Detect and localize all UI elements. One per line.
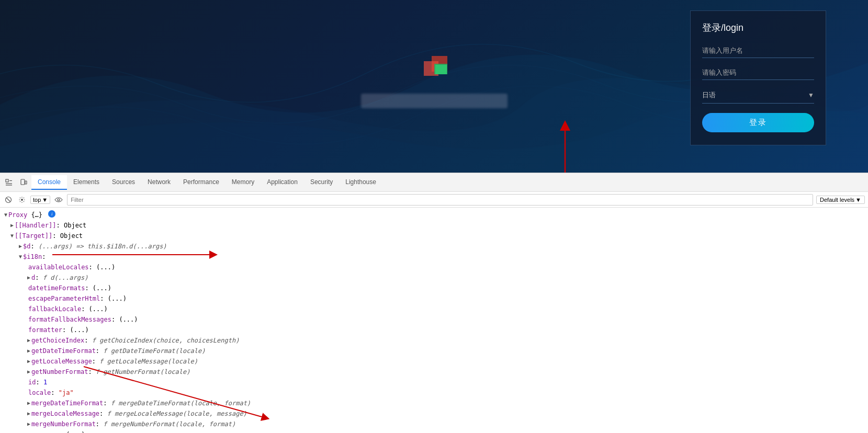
tree-expand-icon[interactable] [4, 210, 7, 220]
console-line[interactable]: mergeNumberFormat : f mergeNumberFormat(… [0, 419, 868, 429]
context-value: top [33, 197, 41, 203]
language-value: 日语 [702, 90, 716, 100]
info-icon: i [48, 210, 55, 218]
console-line[interactable]: Proxy {…} i [0, 210, 868, 220]
tree-expand-icon[interactable] [19, 242, 22, 251]
settings-button[interactable] [17, 195, 27, 205]
language-arrow-icon: ▼ [808, 92, 814, 99]
live-expression-button[interactable] [53, 195, 64, 205]
tab-network[interactable]: Network [141, 175, 177, 190]
username-input[interactable] [702, 43, 814, 58]
console-line[interactable]: getNumberFormat : f getNumberFormat(loca… [0, 367, 868, 377]
level-value: Default levels [820, 197, 854, 203]
console-line[interactable]: datetimeFormats : (...) [0, 283, 868, 293]
login-card: 登录/login 日语 ▼ 登录 [690, 10, 826, 145]
login-button[interactable]: 登录 [702, 113, 814, 132]
log-level-selector[interactable]: Default levels ▼ [816, 196, 865, 204]
context-selector[interactable]: top ▼ [30, 196, 50, 204]
devtools-panel: Console Elements Sources Network Perform… [0, 173, 868, 433]
tab-memory[interactable]: Memory [226, 175, 261, 190]
console-line[interactable]: getDateTimeFormat : f getDateTimeFormat(… [0, 346, 868, 356]
inspect-element-button[interactable] [2, 176, 16, 189]
tab-console[interactable]: Console [31, 175, 67, 190]
console-line[interactable]: availableLocales : (...) [0, 262, 868, 272]
logo-area [361, 53, 508, 108]
tree-expand-icon[interactable] [19, 252, 22, 261]
console-line[interactable]: [[Handler]] : Object [0, 220, 868, 231]
level-arrow-icon: ▼ [855, 197, 861, 203]
tab-lighthouse[interactable]: Lighthouse [339, 175, 382, 190]
tree-expand-icon[interactable] [27, 336, 30, 345]
tab-performance[interactable]: Performance [177, 175, 226, 190]
devtools-tabs-bar: Console Elements Sources Network Perform… [0, 173, 868, 192]
svg-point-15 [58, 199, 60, 201]
svg-rect-3 [435, 65, 447, 74]
console-line[interactable]: fallbackLocale : (...) [0, 304, 868, 314]
svg-line-13 [7, 198, 10, 201]
console-line[interactable]: locale : "ja" [0, 388, 868, 398]
console-line[interactable]: d : f d(...args) [0, 272, 868, 283]
console-line[interactable]: id : 1 [0, 377, 868, 388]
svg-rect-6 [6, 179, 8, 182]
tree-expand-icon[interactable] [10, 231, 14, 241]
tree-expand-icon[interactable] [27, 273, 30, 282]
console-output: Proxy {…} i [[Handler]] : Object [[Targe… [0, 208, 868, 433]
console-line[interactable]: mergeDateTimeFormat : f mergeDateTimeFor… [0, 398, 868, 408]
tree-expand-icon[interactable] [27, 346, 30, 356]
svg-rect-11 [25, 181, 27, 184]
language-select[interactable]: 日语 ▼ [702, 87, 814, 104]
console-line[interactable]: formatFallbackMessages : (...) [0, 314, 868, 325]
tree-expand-icon[interactable] [27, 419, 30, 429]
clear-console-button[interactable] [3, 195, 14, 205]
console-line[interactable]: $i18n : [0, 252, 868, 262]
tree-expand-icon[interactable] [10, 221, 14, 230]
filter-input[interactable] [67, 194, 813, 206]
tab-application[interactable]: Application [261, 175, 304, 190]
tree-expand-icon[interactable] [27, 409, 30, 418]
login-title: 登录/login [702, 21, 814, 34]
console-line[interactable]: messages : (...) [0, 429, 868, 433]
console-line[interactable]: [[Target]] : Object [0, 231, 868, 241]
svg-point-14 [21, 199, 23, 201]
device-toolbar-button[interactable] [17, 176, 30, 189]
console-line[interactable]: getLocaleMessage : f getLocaleMessage(lo… [0, 356, 868, 367]
tree-expand-icon[interactable] [27, 367, 30, 377]
devtools-filter-bar: top ▼ Default levels ▼ [0, 192, 868, 208]
console-line[interactable]: formatter : (...) [0, 325, 868, 335]
password-input[interactable] [702, 65, 814, 80]
context-arrow-icon: ▼ [42, 197, 48, 203]
tab-security[interactable]: Security [304, 175, 339, 190]
console-line[interactable]: escapeParameterHtml : (...) [0, 293, 868, 304]
console-line[interactable]: $d : (...args) => this.$i18n.d(...args) [0, 241, 868, 252]
browser-page-area: 登录/login 日语 ▼ 登录 [0, 0, 868, 173]
console-line[interactable]: getChoiceIndex : f getChoiceIndex(choice… [0, 335, 868, 346]
logo-icon [413, 53, 455, 87]
console-line[interactable]: mergeLocaleMessage : f mergeLocaleMessag… [0, 408, 868, 419]
svg-rect-10 [21, 179, 25, 185]
tab-elements[interactable]: Elements [67, 175, 106, 190]
logo-text [361, 94, 508, 108]
tree-expand-icon[interactable] [27, 398, 30, 408]
tab-sources[interactable]: Sources [106, 175, 141, 190]
tree-expand-icon[interactable] [27, 357, 30, 366]
